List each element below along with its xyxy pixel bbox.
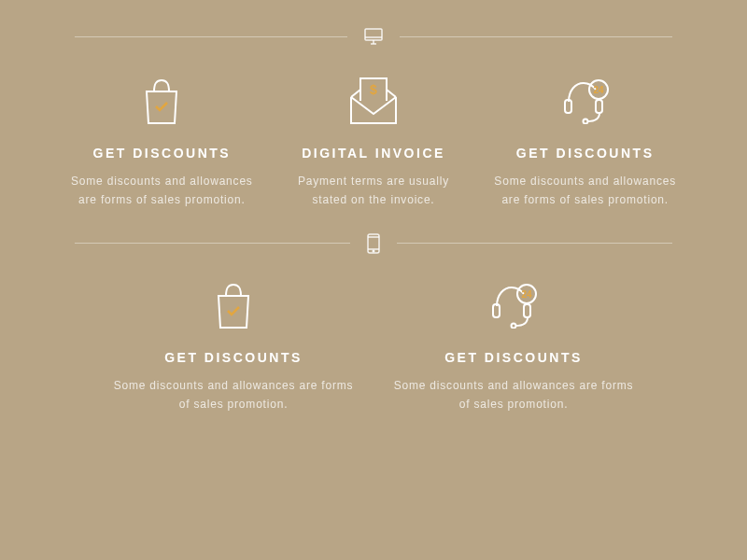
feature-desc: Some discounts and allowances are forms …	[388, 376, 640, 414]
divider-line	[75, 36, 347, 37]
svg-rect-15	[493, 304, 500, 317]
feature-desc: Payment terms are usually stated on the …	[282, 172, 466, 210]
badge-24: 24	[593, 85, 604, 95]
feature-desc: Some discounts and allowances are forms …	[107, 376, 359, 414]
separator-monitor	[0, 0, 747, 45]
feature-title: GET DISCOUNTS	[388, 350, 640, 365]
svg-rect-0	[365, 29, 382, 40]
svg-point-9	[583, 119, 587, 124]
svg-point-14	[373, 250, 374, 252]
divider-line	[400, 36, 672, 37]
feature-invoice: $ DIGITAL INVOICE Payment terms are usua…	[268, 73, 480, 210]
divider-line	[75, 243, 350, 244]
feature-support-1: 24 GET DISCOUNTS Some discounts and allo…	[479, 73, 691, 210]
feature-title: GET DISCOUNTS	[70, 146, 254, 161]
feature-row-2: GET DISCOUNTS Some discounts and allowan…	[0, 254, 747, 433]
feature-title: GET DISCOUNTS	[107, 350, 359, 365]
feature-title: DIGITAL INVOICE	[282, 146, 466, 161]
svg-rect-7	[565, 100, 571, 113]
divider-line	[397, 243, 672, 244]
feature-desc: Some discounts and allowances are forms …	[70, 172, 254, 210]
feature-discounts-1: GET DISCOUNTS Some discounts and allowan…	[56, 73, 268, 210]
shopping-bag-icon	[107, 277, 359, 333]
shopping-bag-icon	[70, 73, 254, 129]
separator-phone	[0, 233, 747, 254]
svg-rect-8	[596, 100, 602, 113]
feature-title: GET DISCOUNTS	[493, 146, 677, 161]
headset-24-icon: 24	[493, 73, 677, 129]
svg-rect-16	[524, 304, 530, 317]
svg-point-17	[512, 323, 516, 328]
badge-24: 24	[521, 289, 532, 300]
monitor-icon	[364, 28, 383, 45]
svg-text:$: $	[370, 82, 377, 97]
feature-row-1: GET DISCOUNTS Some discounts and allowan…	[0, 45, 747, 233]
envelope-invoice-icon: $	[282, 73, 466, 129]
feature-support-2: 24 GET DISCOUNTS Some discounts and allo…	[374, 277, 654, 414]
headset-24-icon: 24	[388, 277, 640, 333]
feature-desc: Some discounts and allowances are forms …	[493, 172, 677, 210]
phone-icon	[367, 233, 380, 254]
feature-discounts-2: GET DISCOUNTS Some discounts and allowan…	[93, 277, 374, 414]
